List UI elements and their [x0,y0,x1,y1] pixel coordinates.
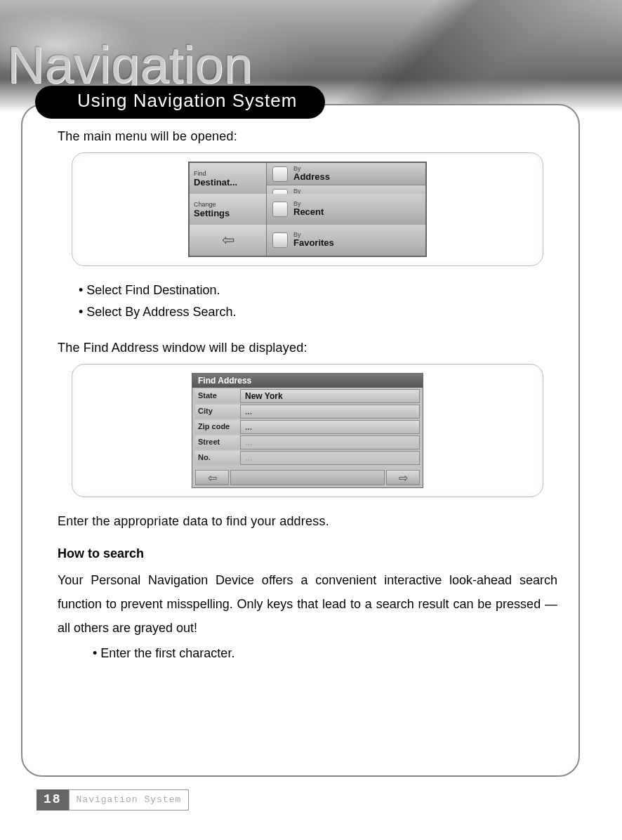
menu-left-big-1: Settings [194,208,262,218]
intro-text-2: The Find Address window will be displaye… [58,341,557,355]
addr-field-no: ... [240,451,420,465]
menu-back-cell: ⇦ [190,225,267,256]
bullet-1-1: • Select By Address Search. [79,305,557,320]
addr-label-zip: Zip code [195,420,240,434]
page-number: 18 [37,789,69,811]
how-to-search-heading: How to search [58,546,557,561]
main-menu-screenshot-frame: Find Destinat... By Address By [72,152,543,266]
addr-label-city: City [195,405,240,419]
addr-nav-spacer [230,470,385,485]
find-address-title: Find Address [192,374,423,388]
intro-text-3: Enter the appropriate data to find your … [58,514,557,529]
menu-item-address: By Address [267,163,425,185]
addr-label-street: Street [195,435,240,449]
recent-icon [272,202,288,217]
find-address-screenshot-frame: Find Address State New York City ... Zip… [72,364,543,497]
addr-prev-button: ⇦ [195,470,229,485]
addr-label-state: State [195,389,240,403]
bullet-list-2: • Enter the first character. [93,646,557,661]
menu-main-3: Favorites [293,238,334,248]
page-footer: 18 Navigation System [37,789,189,811]
bullet-list-1: • Select Find Destination. • Select By A… [79,283,557,320]
menu-item-favorites: By Favorites [267,225,425,256]
content-panel: The main menu will be opened: Find Desti… [21,104,580,777]
addr-field-zip: ... [240,420,420,434]
page-label: Navigation System [69,789,190,811]
menu-left-big-0: Destinat... [194,177,262,188]
menu-item-recent: By Recent [267,194,425,225]
address-icon [272,166,288,182]
main-menu-screenshot: Find Destinat... By Address By [188,162,427,257]
addr-field-state: New York [240,389,420,403]
intro-text-1: The main menu will be opened: [58,129,557,144]
addr-label-no: No. [195,451,240,465]
menu-left-small-0: Find [194,170,262,177]
addr-field-city: ... [240,405,420,419]
find-address-screenshot: Find Address State New York City ... Zip… [192,373,423,488]
bullet-2-0: • Enter the first character. [93,646,557,661]
menu-left-find-destination: Find Destinat... [190,163,267,194]
menu-main-2: Recent [293,207,324,217]
back-arrow-icon: ⇦ [222,231,234,249]
menu-main-0: Address [293,172,330,182]
menu-left-change-settings: Change Settings [190,194,267,225]
how-to-search-paragraph: Your Personal Navigation Device offers a… [58,568,557,641]
section-title-pill: Using Navigation System [35,86,325,119]
favorites-icon [272,232,288,248]
menu-left-small-1: Change [194,201,262,208]
bullet-1-0: • Select Find Destination. [79,283,557,298]
addr-next-button: ⇨ [386,470,420,485]
addr-field-street: ... [240,435,420,449]
